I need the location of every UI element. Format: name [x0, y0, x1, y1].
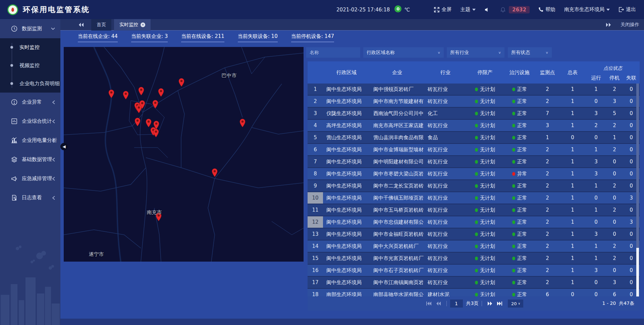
name-search-input[interactable]: 名称 [306, 47, 360, 58]
table-row[interactable]: 18南部生态环境局南部县驰华水泥有限公建材|水泥无计划正常60060 [308, 289, 640, 296]
cell-run-count: 0 [586, 195, 606, 201]
table-row[interactable]: 17阆中生态环境局阆中市江南镇阆南页岩砖瓦行业无计划正常21030 [308, 277, 640, 289]
table-row[interactable]: 16阆中生态环境局阆中市石子页岩机砖厂砖瓦行业无计划正常21300 [308, 265, 640, 277]
fullscreen-icon [434, 7, 439, 12]
table-row[interactable]: 3仪陇生态环境局西南油气田分公司川中化工无计划正常71350 [308, 108, 640, 120]
volume-button[interactable] [484, 7, 492, 12]
map-pin[interactable] [138, 87, 145, 95]
green-dot-icon [512, 269, 515, 272]
cell-facility-status: 异常 [503, 171, 536, 177]
tab-close-icon[interactable]: ✕ [141, 22, 145, 27]
table-row[interactable]: 9阆中生态环境局阆中市二龙长宝页岩砖砖瓦行业无计划正常21120 [308, 180, 640, 192]
table-row[interactable]: 10阆中生态环境局阆中千佛镇五郎垭页岩砖瓦行业无计划正常21003 [308, 192, 640, 204]
cell-stop-count: 0 [606, 159, 623, 165]
cell-run-count: 1 [586, 147, 606, 153]
table-row[interactable]: 14阆中生态环境局阆中大兴页岩机砖厂砖瓦行业无计划正常21120 [308, 240, 640, 253]
table-row[interactable]: 12阆中生态环境局阆中市忠信建材有限公砖瓦行业无计划正常21003 [308, 216, 640, 228]
next-page-button[interactable] [488, 302, 492, 306]
map-pin[interactable] [136, 104, 142, 113]
cell-stop-count: 2 [606, 183, 623, 189]
cell-industry: 砖瓦行业 [424, 195, 467, 201]
col-group-point-status: 点位状态 [586, 61, 640, 72]
cell-run-count: 3 [586, 159, 606, 165]
table-row[interactable]: 11阆中生态环境局阆中市五马桥页岩机砖砖瓦行业无计划正常21120 [308, 204, 640, 216]
map-pin[interactable] [153, 128, 159, 137]
cell-limit-status: 无计划 [467, 183, 503, 189]
green-dot-icon [475, 100, 478, 103]
tab-home[interactable]: 首页 [91, 19, 111, 31]
last-page-icon [497, 302, 502, 306]
status-select[interactable]: 所有状态∨ [508, 47, 552, 58]
sidebar-collapse-handle[interactable]: ◀ [60, 143, 68, 150]
table-row[interactable]: 15阆中生态环境局阆中市光富页岩机砖厂砖瓦行业无计划正常21120 [308, 253, 640, 265]
sidebar-item-3[interactable]: 企业用电量分析 [0, 131, 60, 150]
cell-stop-count: 3 [606, 98, 623, 104]
table-row[interactable]: 4高坪生态环境局南充市高坪区王家店建砖瓦行业无计划正常31220 [308, 120, 640, 132]
chevron-left-icon [52, 196, 55, 200]
row-index: 3 [308, 108, 323, 119]
table-row[interactable]: 5营山生态环境局营山县润丰肉食品有限食品无计划正常10010 [308, 132, 640, 144]
map-pin[interactable] [145, 118, 152, 127]
map-canvas[interactable]: 巴中市南充市遂宁市 [64, 47, 304, 262]
cell-company: 阆中明阳建材有限公司 [370, 159, 424, 165]
map-pin[interactable] [239, 118, 246, 127]
city-label: 南充市 [147, 209, 162, 216]
sidebar-item-5[interactable]: 应急减排管理 [0, 169, 60, 188]
sidebar-item-1[interactable]: 企业异常 [0, 93, 60, 112]
map-pin[interactable] [134, 117, 141, 126]
cell-meter-count: 1 [559, 255, 586, 261]
logout-button[interactable]: 退出 [619, 6, 636, 13]
cell-meter-count: 1 [559, 267, 586, 273]
green-dot-icon [475, 269, 478, 272]
first-page-button[interactable] [426, 302, 431, 306]
cell-facility-status: 正常 [503, 207, 536, 213]
scrollbar-thumb[interactable] [636, 248, 639, 296]
map-pin[interactable] [152, 100, 159, 108]
table-row[interactable]: 6阆中生态环境局阆中市金博瑞新型墙材砖瓦行业无计划正常21120 [308, 144, 640, 156]
table-row[interactable]: 2阆中生态环境局阆中市南方节能建材有砖瓦行业无计划正常21030 [308, 96, 640, 108]
table-row[interactable]: 8阆中生态环境局阆中市枣碧大梁山页岩砖瓦行业无计划异常21300 [308, 168, 640, 180]
map-pin[interactable] [108, 89, 115, 98]
region-select[interactable]: 行政区域名称∨ [363, 47, 444, 58]
cell-stop-count: 2 [606, 122, 623, 128]
map-pin[interactable] [178, 78, 185, 87]
bar-chart-icon [11, 137, 17, 144]
tab-scroll-left-button[interactable] [78, 22, 84, 27]
sidebar-subitem-1[interactable]: 视频监控 [0, 56, 60, 74]
sidebar-subitem-0[interactable]: 实时监控 [0, 38, 60, 56]
fullscreen-button[interactable]: 全屏 [434, 6, 451, 13]
sidebar-subitem-2[interactable]: 企业电力负荷明细 [0, 74, 60, 93]
col-limit: 停限产 [467, 61, 503, 84]
map-pin[interactable] [158, 88, 164, 97]
table-scrollbar[interactable] [636, 84, 639, 296]
map-pin[interactable] [122, 91, 129, 99]
sidebar-item-2[interactable]: 企业综合统计 [0, 112, 60, 131]
prev-page-button[interactable] [436, 302, 441, 306]
sidebar-item-4[interactable]: 基础数据管理 [0, 150, 60, 169]
sidebar-item-6[interactable]: 日志查看 [0, 188, 60, 207]
cell-meter-count: 1 [559, 195, 586, 201]
green-dot-icon [475, 124, 478, 127]
tab-scroll-right-button[interactable] [606, 22, 611, 27]
map-pin[interactable] [211, 168, 218, 177]
table-row[interactable]: 13阆中生态环境局阆中市金福旺页岩机砖砖瓦行业无计划正常21300 [308, 228, 640, 240]
green-dot-icon [475, 220, 478, 224]
table-row[interactable]: 7阆中生态环境局阆中明阳建材有限公司砖瓦行业无计划正常21300 [308, 156, 640, 168]
row-index: 18 [308, 289, 323, 296]
industry-select[interactable]: 所有行业∨ [447, 47, 504, 58]
double-chevron-left-icon [78, 22, 84, 27]
cell-region: 阆中生态环境局 [323, 147, 370, 153]
sidebar-item-0[interactable]: 数据监测 [0, 19, 60, 38]
page-size-select[interactable]: 20∨ [508, 300, 523, 308]
cell-region: 南部生态环境局 [323, 291, 370, 297]
close-operations-button[interactable]: 关闭操作 [621, 22, 639, 28]
tab-realtime-monitor[interactable]: 实时监控 ✕ [114, 19, 151, 31]
last-page-button[interactable] [497, 302, 502, 306]
help-button[interactable]: 帮助 [538, 6, 555, 13]
page-number-input[interactable]: 1 [450, 300, 463, 308]
table-row[interactable]: 1阆中生态环境局阆中强锐页岩砖厂砖瓦行业无计划正常21120 [308, 84, 640, 96]
notification-button[interactable]: 2632 [500, 6, 530, 13]
org-menu[interactable]: 南充市生态环境局 [564, 6, 610, 13]
notification-count-badge: 2632 [509, 6, 530, 13]
theme-menu[interactable]: 主题 [460, 6, 476, 13]
